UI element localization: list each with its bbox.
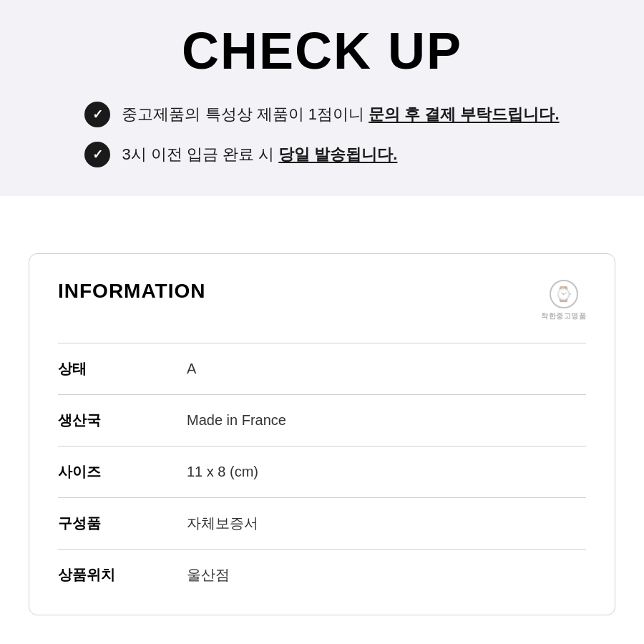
- info-label-1: 생산국: [58, 411, 144, 430]
- check-icon-1: [84, 102, 110, 127]
- info-section: INFORMATION 착한중고명품 상태 A 생산국 Made in Fran…: [0, 253, 644, 644]
- info-row-1: 생산국 Made in France: [58, 394, 586, 446]
- info-value-3: 자체보증서: [187, 514, 258, 533]
- info-label-4: 상품위치: [58, 565, 144, 585]
- check-text-2: 3시 이전 입금 완료 시 당일 발송됩니다.: [122, 144, 397, 166]
- info-value-4: 울산점: [187, 565, 230, 585]
- info-label-0: 상태: [58, 359, 144, 379]
- page-title: CHECK UP: [43, 21, 601, 80]
- info-value-2: 11 x 8 (cm): [187, 464, 258, 480]
- info-label-2: 사이즈: [58, 462, 144, 482]
- top-section: CHECK UP 중고제품의 특성상 제품이 1점이니 문의 후 결제 부탁드립…: [0, 0, 644, 196]
- check-item-2: 3시 이전 입금 완료 시 당일 발송됩니다.: [84, 142, 559, 167]
- info-row-2: 사이즈 11 x 8 (cm): [58, 446, 586, 497]
- check-item-1: 중고제품의 특성상 제품이 1점이니 문의 후 결제 부탁드립니다.: [84, 102, 559, 127]
- info-card: INFORMATION 착한중고명품 상태 A 생산국 Made in Fran…: [29, 253, 615, 615]
- check-items-container: 중고제품의 특성상 제품이 1점이니 문의 후 결제 부탁드립니다. 3시 이전…: [84, 102, 559, 167]
- check-icon-2: [84, 142, 110, 167]
- info-row-3: 구성품 자체보증서: [58, 497, 586, 549]
- brand-logo-icon: [550, 280, 578, 308]
- info-value-0: A: [187, 361, 196, 377]
- info-title: INFORMATION: [58, 280, 205, 303]
- info-label-3: 구성품: [58, 514, 144, 533]
- info-row-0: 상태 A: [58, 343, 586, 394]
- brand-logo: 착한중고명품: [541, 280, 586, 321]
- check-highlight-1: 문의 후 결제 부탁드립니다.: [369, 105, 559, 123]
- info-header: INFORMATION 착한중고명품: [58, 280, 586, 321]
- brand-logo-text: 착한중고명품: [541, 311, 586, 321]
- info-row-4: 상품위치 울산점: [58, 549, 586, 600]
- middle-spacer: [0, 196, 644, 253]
- info-value-1: Made in France: [187, 412, 286, 429]
- check-text-1: 중고제품의 특성상 제품이 1점이니 문의 후 결제 부탁드립니다.: [122, 104, 559, 126]
- check-highlight-2: 당일 발송됩니다.: [278, 145, 397, 163]
